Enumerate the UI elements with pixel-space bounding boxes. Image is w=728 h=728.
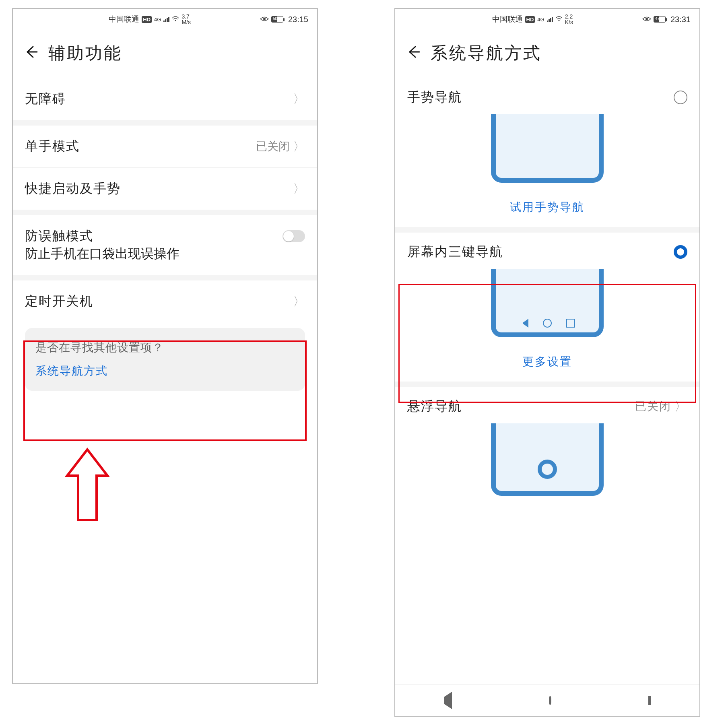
svg-point-0 — [175, 20, 176, 21]
option-label: 手势导航 — [407, 89, 462, 106]
row-value: 已关闭 — [256, 139, 290, 154]
net-speed: 3.7 M/s — [181, 14, 191, 25]
row-subtitle: 防止手机在口袋出现误操作 — [25, 245, 179, 263]
row-accessibility[interactable]: 无障碍 〉 — [13, 78, 317, 120]
radio-selected[interactable] — [674, 245, 687, 259]
net-speed-unit: K/s — [565, 19, 573, 25]
section-divider — [13, 210, 317, 215]
clock: 23:15 — [288, 15, 308, 24]
chevron-right-icon: 〉 — [293, 181, 305, 197]
row-label: 快捷启动及手势 — [25, 180, 293, 198]
status-bar: 中国联通 HD 4G 2.2 K/s 47 23:31 — [395, 9, 699, 28]
page-header: 系统导航方式 — [395, 28, 699, 78]
svg-point-5 — [646, 18, 648, 20]
sys-recents-button[interactable] — [648, 697, 651, 704]
annotation-highlight-box — [398, 284, 696, 403]
page-title: 系统导航方式 — [431, 42, 542, 64]
preview-floating — [395, 421, 699, 503]
page-title: 辅助功能 — [48, 42, 122, 64]
chevron-right-icon: 〉 — [293, 91, 305, 107]
phone-screenshot-navigation: 中国联通 HD 4G 2.2 K/s 47 23:31 系统导航方式 手势导航 … — [394, 8, 700, 717]
page-header: 辅助功能 — [13, 28, 317, 78]
hd-badge: HD — [525, 16, 535, 23]
hd-badge: HD — [142, 16, 152, 23]
option-label: 屏幕内三键导航 — [407, 243, 503, 261]
nav-option-three-key[interactable]: 屏幕内三键导航 — [395, 233, 699, 266]
carrier-label: 中国联通 — [492, 14, 523, 25]
eye-comfort-icon — [642, 15, 651, 24]
eye-comfort-icon — [260, 15, 269, 24]
sys-home-button[interactable] — [549, 697, 551, 704]
back-button[interactable] — [24, 45, 38, 61]
phone-screenshot-accessibility: 中国联通 HD 4G 3.7 M/s 50 23:15 辅助功能 无障碍 〉 单… — [12, 8, 318, 684]
system-navigation-bar — [395, 684, 699, 716]
chevron-right-icon: 〉 — [293, 293, 305, 310]
net-speed: 2.2 K/s — [565, 14, 573, 25]
row-label: 防误触模式 — [25, 227, 283, 245]
row-label: 单手模式 — [25, 138, 256, 155]
battery-icon: 50 — [271, 16, 283, 23]
network-gen: 4G — [537, 16, 544, 23]
wifi-icon — [172, 15, 179, 24]
radio-unselected[interactable] — [674, 91, 687, 104]
phone-mock-icon — [491, 423, 604, 496]
clock: 23:31 — [670, 15, 691, 24]
signal-icon — [547, 16, 553, 22]
chevron-right-icon: 〉 — [293, 138, 305, 155]
net-speed-value: 3.7 — [181, 14, 191, 19]
row-shortcuts-gestures[interactable]: 快捷启动及手势 〉 — [13, 168, 317, 210]
link-try-gesture[interactable]: 试用手势导航 — [395, 190, 699, 227]
carrier-label: 中国联通 — [109, 14, 139, 25]
section-divider — [395, 227, 699, 233]
network-gen: 4G — [154, 16, 161, 23]
row-mistouch-prevention[interactable]: 防误触模式 防止手机在口袋出现误操作 — [13, 215, 317, 275]
svg-point-4 — [558, 20, 559, 21]
net-speed-unit: M/s — [181, 19, 191, 25]
row-label: 无障碍 — [25, 90, 293, 108]
battery-icon: 47 — [654, 16, 666, 23]
status-bar: 中国联通 HD 4G 3.7 M/s 50 23:15 — [13, 9, 317, 28]
back-button[interactable] — [406, 45, 420, 61]
net-speed-value: 2.2 — [565, 14, 573, 19]
row-label: 定时开关机 — [25, 293, 293, 310]
section-divider — [13, 275, 317, 280]
sys-back-button[interactable] — [444, 697, 452, 704]
signal-icon — [163, 16, 169, 22]
wifi-icon — [555, 15, 563, 24]
nav-option-gesture[interactable]: 手势导航 — [395, 78, 699, 112]
toggle-switch[interactable] — [283, 230, 305, 242]
section-divider — [13, 120, 317, 126]
row-scheduled-power[interactable]: 定时开关机 〉 — [13, 280, 317, 322]
annotation-highlight-box — [23, 340, 307, 441]
row-one-hand-mode[interactable]: 单手模式 已关闭 〉 — [13, 126, 317, 167]
floating-ball-icon — [538, 460, 557, 479]
svg-point-1 — [263, 18, 266, 20]
phone-mock-icon — [491, 114, 604, 183]
preview-gesture — [395, 112, 699, 190]
annotation-arrow-icon — [65, 448, 109, 524]
